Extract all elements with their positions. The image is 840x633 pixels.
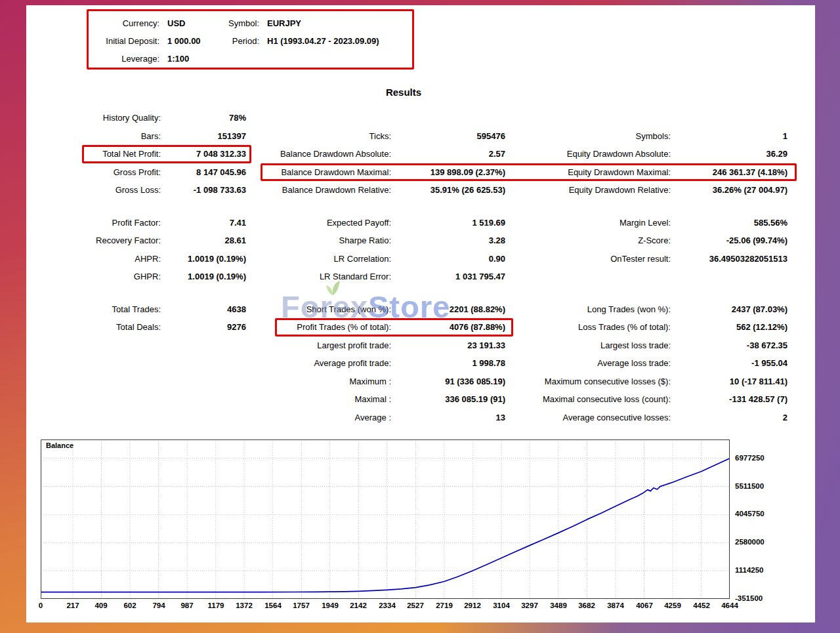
- stat-row: Average profit trade:1 998.78Average los…: [85, 354, 788, 373]
- initial-deposit-value: 1 000.00: [167, 36, 201, 46]
- stat-cell: [85, 337, 246, 355]
- test-info-box: Currency: USD Initial Deposit: 1 000.00 …: [87, 9, 414, 70]
- stat-cell: Balance Drawdown Absolute:2.57: [246, 145, 505, 163]
- stat-label: AHPR:: [85, 254, 161, 264]
- stat-label: Loss Trades (% of total):: [528, 322, 671, 332]
- period-label: Period:: [228, 36, 259, 46]
- stat-label: Gross Profit:: [85, 167, 161, 177]
- x-tick-label: 4259: [658, 602, 687, 609]
- stat-cell: Average profit trade:1 998.78: [246, 354, 505, 373]
- chart-y-axis: 69772505511500404575025800001114250-3515…: [735, 439, 814, 599]
- stat-label: Balance Drawdown Absolute:: [262, 149, 391, 159]
- stat-value: -1 098 733.63: [161, 185, 246, 195]
- stat-label: OnTester result:: [528, 254, 671, 264]
- x-tick-label: 4452: [687, 602, 716, 609]
- stat-cell: Long Trades (won %):2437 (87.03%): [505, 300, 788, 319]
- stat-cell: Symbols:1: [505, 127, 788, 146]
- x-tick-label: 3489: [544, 602, 573, 609]
- y-tick-label: 4045750: [735, 510, 765, 518]
- x-tick-label: 3874: [601, 602, 630, 609]
- stat-label: Symbols:: [528, 131, 671, 141]
- stat-value: 139 898.09 (2.37%): [391, 167, 505, 177]
- stat-cell: Maximum consecutive losses ($):10 (-17 8…: [505, 373, 788, 391]
- stat-value: 28.61: [161, 235, 246, 245]
- stat-cell: Profit Factor:7.41: [85, 214, 246, 232]
- x-tick-label: 3682: [572, 602, 601, 609]
- stat-label: Total Deals:: [85, 322, 161, 332]
- stat-label: Maximum :: [262, 377, 391, 386]
- x-tick-label: 1949: [316, 602, 345, 609]
- stat-row: AHPR:1.0019 (0.19%)LR Correlation:0.90On…: [85, 250, 788, 268]
- stat-cell: Largest loss trade:-38 672.35: [505, 337, 788, 355]
- stat-value: 3.28: [391, 235, 505, 245]
- stat-cell: AHPR:1.0019 (0.19%): [85, 250, 246, 268]
- stat-row: Largest profit trade:23 191.33Largest lo…: [85, 337, 788, 355]
- x-tick-label: 987: [173, 602, 201, 609]
- symbol-label: Symbol:: [228, 18, 259, 28]
- stat-value: 7.41: [161, 218, 246, 228]
- initial-deposit-row: Initial Deposit: 1 000.00: [94, 32, 201, 50]
- stat-row: Total Net Profit:7 048 312.33Balance Dra…: [85, 145, 788, 163]
- stat-value: 2201 (88.82%): [391, 304, 505, 314]
- stat-value: 151397: [161, 131, 246, 141]
- stat-value: 9276: [161, 322, 246, 332]
- stat-value: 23 191.33: [391, 340, 505, 350]
- stat-label: Gross Loss:: [85, 185, 161, 195]
- stat-label: Largest profit trade:: [262, 340, 391, 350]
- x-tick-label: 2719: [430, 602, 459, 609]
- stat-cell: Total Trades:4638: [85, 300, 246, 319]
- stat-cell: [85, 390, 246, 409]
- x-tick-label: 4644: [715, 602, 744, 609]
- stat-cell: Expected Payoff:1 519.69: [246, 214, 505, 232]
- stat-row: Gross Profit:8 147 045.96Balance Drawdow…: [85, 163, 788, 182]
- stat-value: 35.91% (26 625.53): [391, 185, 505, 195]
- stat-cell: Equity Drawdown Relative:36.26% (27 004.…: [505, 181, 788, 199]
- stat-value: 1 031 795.47: [391, 272, 505, 281]
- stat-cell: Equity Drawdown Maximal:246 361.37 (4.18…: [505, 163, 788, 182]
- stat-cell: Total Net Profit:7 048 312.33: [85, 145, 246, 163]
- currency-value: USD: [167, 18, 185, 28]
- stat-cell: History Quality:78%: [85, 109, 246, 127]
- x-tick-label: 4067: [630, 602, 659, 609]
- stat-label: Profit Trades (% of total):: [262, 322, 391, 332]
- stat-label: Total Trades:: [85, 304, 161, 314]
- stat-label: Average consecutive losses:: [528, 413, 671, 422]
- stat-cell: [85, 409, 246, 427]
- stat-value: 13: [391, 413, 505, 422]
- stat-value: 36.29: [671, 149, 788, 159]
- x-tick-label: 1372: [230, 602, 259, 609]
- x-tick-label: 1179: [201, 602, 230, 609]
- stat-value: -131 428.57 (7): [671, 394, 788, 404]
- stat-row: GHPR:1.0019 (0.19%)LR Standard Error:1 0…: [85, 268, 788, 286]
- stat-value: 562 (12.12%): [671, 322, 788, 332]
- x-tick-label: 2527: [401, 602, 430, 609]
- stat-value: -38 672.35: [671, 340, 788, 350]
- stat-value: 7 048 312.33: [161, 149, 246, 159]
- balance-chart: [41, 439, 730, 599]
- stat-value: 1.0019 (0.19%): [161, 272, 246, 281]
- test-info-left: Currency: USD Initial Deposit: 1 000.00 …: [94, 14, 201, 68]
- stat-cell: [85, 354, 246, 373]
- stat-cell: [505, 268, 788, 286]
- stat-cell: [505, 109, 788, 127]
- x-tick-label: 794: [144, 602, 173, 609]
- chart-x-axis: 0217409602794987117913721564175719492142…: [41, 602, 730, 612]
- stat-label: Ticks:: [262, 131, 391, 141]
- report-page: Currency: USD Initial Deposit: 1 000.00 …: [26, 5, 815, 623]
- x-tick-label: 2912: [458, 602, 487, 609]
- results-title: Results: [26, 87, 781, 98]
- stat-value: 2.57: [391, 149, 505, 159]
- x-tick-label: 1757: [287, 602, 316, 609]
- stat-row: Gross Loss:-1 098 733.63Balance Drawdown…: [85, 181, 788, 199]
- stat-cell: [246, 109, 505, 127]
- stat-label: Average profit trade:: [262, 358, 391, 368]
- stat-value: 1: [671, 131, 788, 141]
- stat-label: LR Standard Error:: [262, 272, 391, 281]
- stat-cell: Maximal :336 085.19 (91): [246, 390, 505, 409]
- stat-label: Maximal :: [262, 394, 391, 404]
- y-tick-label: 5511500: [735, 482, 764, 490]
- stat-value: -1 955.04: [671, 358, 788, 368]
- stat-row: Maximum :91 (336 085.19)Maximum consecut…: [85, 373, 788, 391]
- stat-value: 2437 (87.03%): [671, 304, 788, 314]
- stat-cell: Average loss trade:-1 955.04: [505, 354, 788, 373]
